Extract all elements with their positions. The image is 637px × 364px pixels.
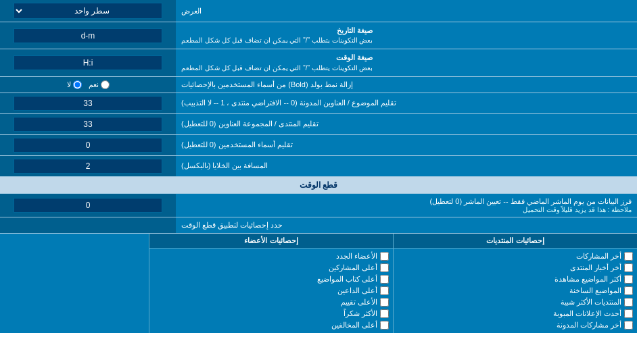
trim-username-label: تقليم أسماء المستخدمين (0 للتعطيل) [176,135,637,155]
checkbox-item: أخر أخبار المنتدى [398,262,633,274]
date-format-row: صيغة التاريخ بعض التكوينات يتطلب "/" الت… [0,22,637,49]
checkbox-top-inviters[interactable] [380,286,389,295]
checkbox-similar-forums[interactable] [624,298,633,307]
checkbox-item: الأعلى تقييم [154,296,389,308]
trim-username-input-cell [0,135,176,155]
col-empty [0,234,149,333]
time-filter-input-cell [0,194,176,217]
col-members-items: الأعضاء الجدد أعلى المشاركين أعلى كتاب ا… [149,249,393,333]
trim-forum-input[interactable] [14,117,162,132]
stats-columns: إحصائيات المنتديات أخر المشاركات أخر أخب… [0,234,637,333]
trim-username-input[interactable] [14,138,162,153]
time-section-header: قطع الوقت [0,177,637,194]
trim-forum-row: تقليم المنتدى / المجموعة العناوين (0 للت… [0,114,637,135]
limit-spacer [0,217,176,233]
checkbox-top-posters[interactable] [380,263,389,272]
checkbox-last-news[interactable] [624,263,633,272]
cell-spacing-input[interactable] [14,159,162,174]
trim-forum-input-cell [0,114,176,134]
checkbox-item: الأعضاء الجدد [154,251,389,262]
date-format-label: صيغة التاريخ بعض التكوينات يتطلب "/" الت… [176,22,637,49]
checkbox-item: أعلى المشاركين [154,262,389,274]
trim-subject-input-cell [0,93,176,113]
checkbox-top-violators[interactable] [380,321,389,330]
checkbox-most-thanked[interactable] [380,309,389,318]
checkbox-top-topic-authors[interactable] [380,275,389,284]
bold-row: إزالة نمط بولد (Bold) من أسماء المستخدمي… [0,77,637,93]
time-format-input-cell [0,49,176,76]
limit-label: حدد إحصائيات لتطبيق قطع الوقت [176,217,637,233]
col-forums-title: إحصائيات المنتديات [394,234,637,249]
time-format-input[interactable] [14,55,162,70]
trim-subject-row: تقليم الموضوع / العناوين المدونة (0 -- ا… [0,93,637,114]
col-members-title: إحصائيات الأعضاء [149,234,393,249]
cell-spacing-input-cell [0,156,176,176]
checkbox-most-viewed[interactable] [624,275,633,284]
time-filter-input[interactable] [14,198,162,213]
checkbox-hot-topics[interactable] [624,286,633,295]
trim-subject-input[interactable] [14,96,162,111]
radio-no-input[interactable] [73,80,82,89]
checkbox-last-blog[interactable] [624,321,633,330]
checkbox-last-posts[interactable] [624,252,633,261]
checkbox-item: أكثر المواضيع مشاهدة [398,274,633,285]
display-label: العرض [176,0,637,22]
bold-label: إزالة نمط بولد (Bold) من أسماء المستخدمي… [176,77,637,93]
time-filter-row: فرز البيانات من يوم الماشر الماضي فقط --… [0,194,637,217]
bold-radio-cell: نعم لا [0,77,176,93]
display-select[interactable]: سطر واحد سطران ثلاثة أسطر [14,3,162,19]
col-forums: إحصائيات المنتديات أخر المشاركات أخر أخب… [393,234,637,333]
display-input-cell: سطر واحد سطران ثلاثة أسطر [0,0,176,22]
checkbox-item: أعلى كتاب المواضيع [154,274,389,285]
limit-row: حدد إحصائيات لتطبيق قطع الوقت [0,217,637,234]
col-members: إحصائيات الأعضاء الأعضاء الجدد أعلى المش… [149,234,393,333]
time-format-row: صيغة الوقت بعض التكوينات يتطلب "/" التي … [0,49,637,76]
date-format-input[interactable] [14,28,162,43]
radio-yes-input[interactable] [101,80,110,89]
time-format-label: صيغة الوقت بعض التكوينات يتطلب "/" التي … [176,49,637,76]
display-row: العرض سطر واحد سطران ثلاثة أسطر [0,0,637,22]
checkbox-item: أخر مشاركات المدونة [398,319,633,331]
radio-no: لا [67,80,82,89]
checkbox-item: الأكثر شكراً [154,308,389,319]
trim-username-row: تقليم أسماء المستخدمين (0 للتعطيل) [0,135,637,156]
checkbox-item: أحدث الإعلانات المبوبة [398,308,633,319]
checkbox-recent-ads[interactable] [624,309,633,318]
checkbox-highest-rated[interactable] [380,298,389,307]
cell-spacing-label: المسافة بين الخلايا (بالبكسل) [176,156,637,176]
cell-spacing-row: المسافة بين الخلايا (بالبكسل) [0,156,637,177]
date-format-input-cell [0,22,176,49]
col-forums-items: أخر المشاركات أخر أخبار المنتدى أكثر الم… [394,249,637,333]
checkbox-new-members[interactable] [380,252,389,261]
checkbox-item: أخر المشاركات [398,251,633,262]
trim-forum-label: تقليم المنتدى / المجموعة العناوين (0 للت… [176,114,637,134]
checkbox-item: أعلى المخالفين [154,319,389,331]
time-filter-label: فرز البيانات من يوم الماشر الماضي فقط --… [176,194,637,217]
trim-subject-label: تقليم الموضوع / العناوين المدونة (0 -- ا… [176,93,637,113]
checkbox-item: أعلى الداعين [154,285,389,296]
checkbox-item: المنتديات الأكثر شبية [398,296,633,308]
radio-yes: نعم [89,80,110,89]
checkbox-item: المواضيع الساخنة [398,285,633,296]
